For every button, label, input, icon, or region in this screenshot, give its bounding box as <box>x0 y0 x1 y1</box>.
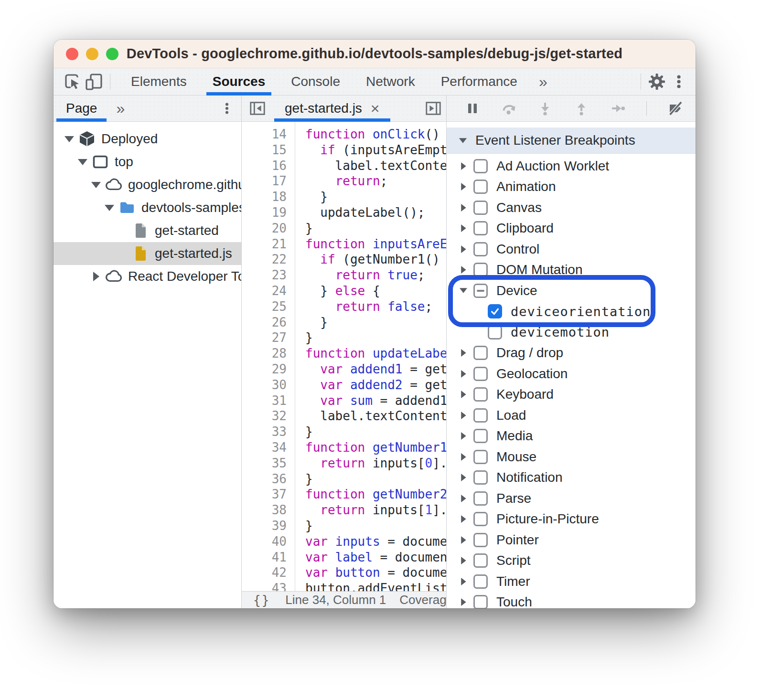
line-number[interactable]: 38 <box>242 502 287 518</box>
checkbox-mouse[interactable] <box>473 450 488 464</box>
code-lines[interactable]: function onClick() { if (inputsAreEmpty(… <box>295 122 446 591</box>
checkbox-pointer[interactable] <box>473 533 488 547</box>
breakpoint-expand-arrow-icon[interactable] <box>458 474 469 481</box>
breakpoint-expand-arrow-icon[interactable] <box>458 288 469 293</box>
line-number[interactable]: 37 <box>242 487 287 502</box>
tree-expand-arrow-icon[interactable] <box>89 182 103 188</box>
minimize-button[interactable] <box>86 48 98 60</box>
line-number[interactable]: 29 <box>242 361 287 377</box>
breakpoint-notification[interactable]: Notification <box>447 467 696 488</box>
line-number[interactable]: 23 <box>242 267 287 283</box>
tree-item-deployed[interactable]: Deployed <box>54 127 241 150</box>
code-line[interactable]: var addend2 = getNumber2(); <box>305 377 446 393</box>
line-number[interactable]: 34 <box>242 440 287 456</box>
code-line[interactable]: } <box>305 471 446 487</box>
line-number-gutter[interactable]: 1415161718192021222324252627282930313233… <box>242 122 295 591</box>
line-number[interactable]: 25 <box>242 299 287 315</box>
zoom-button[interactable] <box>106 48 118 60</box>
line-number[interactable]: 15 <box>242 142 287 158</box>
breakpoint-script[interactable]: Script <box>447 551 696 572</box>
line-number[interactable]: 20 <box>242 221 287 236</box>
code-line[interactable]: } <box>305 330 446 346</box>
breakpoint-load[interactable]: Load <box>447 405 696 426</box>
line-number[interactable]: 22 <box>242 252 287 267</box>
code-line[interactable]: } else { <box>305 283 446 299</box>
tree-expand-arrow-icon[interactable] <box>102 205 117 211</box>
code-line[interactable]: } <box>305 315 446 330</box>
checkbox-drag-drop[interactable] <box>473 346 488 360</box>
line-number[interactable]: 39 <box>242 518 287 534</box>
code-line[interactable]: function getNumber2() { <box>305 487 446 502</box>
code-line[interactable]: } <box>305 189 446 205</box>
kebab-menu-icon[interactable] <box>668 71 690 93</box>
breakpoint-expand-arrow-icon[interactable] <box>458 578 469 585</box>
breakpoint-expand-arrow-icon[interactable] <box>458 349 469 357</box>
tree-expand-arrow-icon[interactable] <box>89 272 103 281</box>
line-number[interactable]: 31 <box>242 393 287 409</box>
code-line[interactable]: } <box>305 518 446 534</box>
checkbox-notification[interactable] <box>473 470 488 485</box>
tree-item-react-developer-tools[interactable]: React Developer Tools <box>54 265 241 288</box>
breakpoint-picture-in-picture[interactable]: Picture-in-Picture <box>447 509 696 530</box>
breakpoint-expand-arrow-icon[interactable] <box>458 245 469 253</box>
breakpoint-expand-arrow-icon[interactable] <box>458 557 469 564</box>
line-number[interactable]: 14 <box>242 127 287 142</box>
breakpoint-dom-mutation[interactable]: DOM Mutation <box>447 260 696 281</box>
line-number[interactable]: 36 <box>242 471 287 487</box>
code-line[interactable]: button.addEventListener('click' <box>305 581 446 591</box>
tree-item-get-started[interactable]: get-started <box>54 219 241 242</box>
tree-item-get-started-js[interactable]: get-started.js <box>54 242 241 265</box>
breakpoint-ad-auction-worklet[interactable]: Ad Auction Worklet <box>447 156 696 177</box>
breakpoint-devicemotion[interactable]: devicemotion <box>447 322 696 343</box>
step-icon[interactable] <box>610 101 625 116</box>
tab-page[interactable]: Page <box>54 95 108 121</box>
breakpoint-expand-arrow-icon[interactable] <box>458 495 469 502</box>
code-line[interactable]: var label = document.querySelector( <box>305 550 446 565</box>
line-number[interactable]: 26 <box>242 315 287 330</box>
settings-gear-icon[interactable] <box>646 71 668 93</box>
checkbox-animation[interactable] <box>473 180 488 194</box>
line-number[interactable]: 24 <box>242 283 287 299</box>
checkbox-clipboard[interactable] <box>473 221 488 235</box>
line-number[interactable]: 27 <box>242 330 287 346</box>
checkbox-deviceorientation[interactable] <box>488 304 502 318</box>
tab-performance[interactable]: Performance <box>428 68 530 95</box>
checkbox-control[interactable] <box>473 242 488 256</box>
code-line[interactable]: function updateLabel() { <box>305 346 446 361</box>
breakpoint-geolocation[interactable]: Geolocation <box>447 363 696 384</box>
breakpoint-keyboard[interactable]: Keyboard <box>447 384 696 405</box>
checkbox-dom-mutation[interactable] <box>473 263 488 277</box>
tree-expand-arrow-icon[interactable] <box>75 159 90 165</box>
device-toolbar-icon[interactable] <box>83 71 105 93</box>
breakpoint-mouse[interactable]: Mouse <box>447 446 696 467</box>
code-line[interactable]: updateLabel(); <box>305 205 446 221</box>
close-tab-icon[interactable]: × <box>371 101 380 116</box>
code-line[interactable]: label.textContent = <box>305 158 446 174</box>
tree-expand-arrow-icon[interactable] <box>62 136 76 142</box>
checkbox-ad-auction-worklet[interactable] <box>473 159 488 173</box>
breakpoint-media[interactable]: Media <box>447 426 696 447</box>
code-line[interactable]: return inputs[1].value; <box>305 502 446 518</box>
more-navigator-tabs-button[interactable]: » <box>108 100 132 117</box>
code-line[interactable]: return false; <box>305 299 446 315</box>
breakpoint-expand-arrow-icon[interactable] <box>458 598 469 606</box>
breakpoint-animation[interactable]: Animation <box>447 177 696 198</box>
line-number[interactable]: 28 <box>242 346 287 361</box>
hide-debugger-icon[interactable] <box>423 98 443 118</box>
checkbox-media[interactable] <box>473 429 488 443</box>
checkbox-devicemotion[interactable] <box>488 325 502 339</box>
checkbox-device[interactable] <box>473 284 488 298</box>
checkbox-script[interactable] <box>473 553 488 568</box>
checkbox-parse[interactable] <box>473 491 488 506</box>
code-line[interactable]: if (getNumber1() === '' <box>305 252 446 267</box>
code-line[interactable]: return inputs[0].value; <box>305 456 446 471</box>
step-out-icon[interactable] <box>574 101 589 116</box>
hide-navigator-icon[interactable] <box>247 98 268 118</box>
breakpoint-expand-arrow-icon[interactable] <box>458 453 469 461</box>
checkbox-picture-in-picture[interactable] <box>473 512 488 526</box>
line-number[interactable]: 43 <box>242 581 287 591</box>
breakpoint-expand-arrow-icon[interactable] <box>458 515 469 523</box>
event-listener-breakpoints-section[interactable]: Event Listener Breakpoints <box>447 127 696 154</box>
deactivate-breakpoints-icon[interactable] <box>668 101 683 116</box>
breakpoint-expand-arrow-icon[interactable] <box>458 224 469 232</box>
